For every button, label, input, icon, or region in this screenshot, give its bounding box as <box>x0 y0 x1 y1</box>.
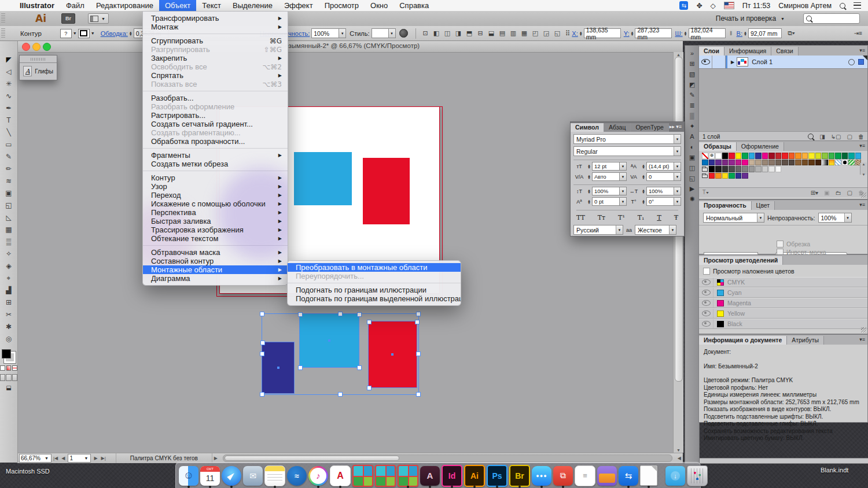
draw-mode-buttons[interactable] <box>0 374 17 381</box>
swatch[interactable] <box>729 153 735 159</box>
transparency-tab-1[interactable]: Цвет <box>752 201 775 210</box>
char-style-button-3[interactable]: T₁ <box>638 214 645 221</box>
line-segment-tool[interactable]: ╲ <box>2 126 15 138</box>
object-menu-item-23[interactable]: Искажение с помощью оболочки▶ <box>143 199 288 208</box>
swatch[interactable] <box>715 153 722 159</box>
dock-safari[interactable] <box>222 464 241 488</box>
swatch[interactable] <box>735 173 742 179</box>
dock-messages[interactable]: ●●● <box>532 464 551 488</box>
blend-tool[interactable]: ◈ <box>2 260 15 272</box>
selection-handle[interactable] <box>416 392 421 397</box>
notification-center-icon[interactable] <box>854 2 861 9</box>
anchor-point[interactable] <box>260 341 265 345</box>
prev-page-button[interactable]: ◀ <box>61 456 65 461</box>
font-size-field[interactable]: ▲▼12 pt▼ <box>586 162 627 171</box>
opacity-dropdown[interactable]: 100%▼ <box>818 213 852 223</box>
character-tab-0[interactable]: Символ <box>571 123 604 132</box>
align-panel-icon[interactable]: ◫ <box>686 162 698 173</box>
swatch[interactable] <box>762 166 768 172</box>
swatch[interactable] <box>715 166 722 172</box>
dock-acrobat-pro[interactable]: A <box>420 464 440 488</box>
rectangle-tool[interactable]: ▭ <box>2 138 15 150</box>
layers-tab-1[interactable]: Информация <box>724 47 771 56</box>
object-menu-item-7[interactable]: Спрятать▶ <box>143 71 288 80</box>
artboard-cyan-rectangle[interactable] <box>294 152 352 205</box>
align-left-icon[interactable]: ◧ <box>432 29 442 38</box>
kuler-panel-icon[interactable]: ✺ <box>686 194 698 204</box>
char-style-button-5[interactable]: Ŧ <box>674 214 678 221</box>
magic-wand-tool[interactable]: ✳ <box>2 77 15 90</box>
character-tab-1[interactable]: Абзац <box>604 123 631 132</box>
menubar-item-7[interactable]: Просмотр <box>319 0 365 11</box>
object-menu-item-10[interactable]: Разобрать... <box>143 94 288 102</box>
appearance-panel-icon[interactable]: ◐ <box>686 142 698 152</box>
char-style-button-1[interactable]: Tт <box>598 214 605 221</box>
width-label[interactable]: Ш: <box>675 30 682 37</box>
stroke-color-swatch[interactable] <box>78 29 90 38</box>
swatch[interactable] <box>722 153 729 159</box>
align-h-center-icon[interactable]: ◫ <box>443 29 453 38</box>
swatch[interactable] <box>722 166 729 172</box>
eye-icon[interactable] <box>699 319 713 328</box>
help-search-input[interactable] <box>803 13 860 24</box>
menubar-item-8[interactable]: Окно <box>365 0 393 11</box>
tracking-field[interactable]: ▲▼0▼ <box>641 172 681 181</box>
distribute-right-icon[interactable]: ◱ <box>553 29 562 38</box>
layer-row[interactable]: ▶ Слой 1 <box>699 56 867 69</box>
swatch[interactable] <box>709 160 715 166</box>
anchor-point[interactable] <box>367 386 372 390</box>
swatch[interactable] <box>855 153 862 159</box>
object-menu-item-26[interactable]: Трассировка изображения▶ <box>143 225 288 234</box>
artboards-submenu-item-0[interactable]: Преобразовать в монтажные области <box>288 263 461 272</box>
width-field[interactable]: 182,024 mm <box>689 28 726 38</box>
char-style-button-0[interactable]: TT <box>576 214 585 221</box>
swatch[interactable] <box>782 153 788 159</box>
menubar-item-2[interactable]: Редактирование <box>90 0 159 11</box>
swatch-options-icon[interactable]: ▣ <box>824 190 829 196</box>
dock-acrobat-reader[interactable]: A <box>330 464 351 488</box>
dock-libreoffice[interactable] <box>640 464 657 488</box>
perspective-grid-tool[interactable]: ◺ <box>2 211 15 223</box>
swatch[interactable] <box>749 166 755 172</box>
character-tab-2[interactable]: OpenType <box>631 123 668 132</box>
slice-tool[interactable]: ✂ <box>2 308 15 320</box>
swatch[interactable] <box>755 153 762 159</box>
dock-textedit[interactable]: ≡ <box>575 464 595 488</box>
artboard-red-rectangle[interactable] <box>363 158 410 224</box>
direct-selection-tool[interactable]: ◁ <box>2 65 15 77</box>
layer-name[interactable]: Слой 1 <box>752 58 773 65</box>
docinfo-tab-1[interactable]: Атрибуты <box>787 336 824 345</box>
swatch[interactable] <box>768 153 775 159</box>
object-menu-item-3[interactable]: Сгруппировать⌘G <box>143 36 288 45</box>
panel-resize-grip[interactable] <box>861 193 866 198</box>
eye-icon[interactable] <box>699 288 713 297</box>
char-rotation-field[interactable]: ▲▼0°▼ <box>641 197 681 206</box>
selection-handle[interactable] <box>416 352 421 356</box>
swatch[interactable] <box>829 153 835 159</box>
fill-indicator[interactable] <box>2 349 11 358</box>
fill-stroke-indicator[interactable] <box>2 349 16 363</box>
dock-downloads[interactable]: ↓ <box>665 464 685 488</box>
leading-field[interactable]: ▲▼(14,4 pt)▼ <box>641 162 681 171</box>
vertical-scrollbar[interactable]: ▲ ▼ <box>673 52 683 453</box>
panel-menu-icon[interactable]: ▸▸ ▾≡ <box>670 124 682 130</box>
horizontal-scrollbar[interactable] <box>223 454 672 462</box>
page-number-dropdown[interactable]: 1▼ <box>68 454 91 463</box>
language-dropdown[interactable]: Русский▼ <box>573 225 623 235</box>
object-menu-item-30[interactable]: Составной контур▶ <box>143 257 288 265</box>
swatch[interactable] <box>742 173 748 179</box>
swatch[interactable] <box>789 153 795 159</box>
color-panel-icon[interactable]: ▧ <box>686 69 698 79</box>
swatch[interactable] <box>742 166 748 172</box>
anchor-point[interactable] <box>415 320 420 324</box>
eye-icon[interactable] <box>699 278 713 287</box>
symbol-sprayer-tool[interactable]: ⌖ <box>2 272 15 284</box>
selection-handle[interactable] <box>260 392 264 397</box>
width-tool[interactable]: ≋ <box>2 175 15 187</box>
separations-tab[interactable]: Просмотр цветоделений <box>699 256 783 265</box>
swatch[interactable] <box>762 160 768 166</box>
swatch[interactable] <box>795 153 801 159</box>
menubar-item-3[interactable]: Объект <box>159 0 196 11</box>
panel-menu-icon[interactable]: ▾≡ <box>859 143 865 149</box>
dock-calendar[interactable]: ОКТ11 <box>200 464 220 488</box>
